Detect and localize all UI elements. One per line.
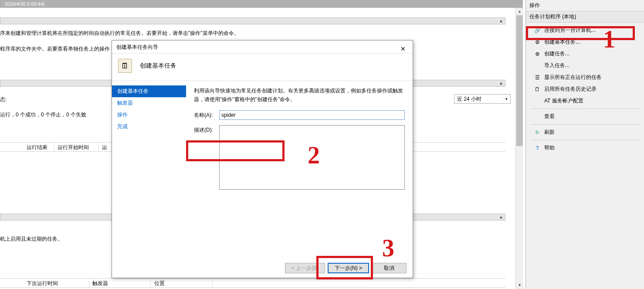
collapse-icon[interactable]: ▲ bbox=[499, 214, 503, 219]
scroll-thumb[interactable] bbox=[516, 15, 523, 146]
dropdown-value: 近 24 小时 bbox=[454, 95, 502, 103]
list-icon: ☰ bbox=[534, 74, 541, 81]
separator bbox=[530, 140, 640, 140]
separator bbox=[530, 124, 640, 125]
action-at-account[interactable]: AT 服务帐户配置 bbox=[526, 95, 644, 107]
dialog-heading: 创建基本任务 bbox=[140, 62, 176, 70]
blank-icon bbox=[534, 113, 541, 120]
collapse-icon[interactable]: ▲ bbox=[499, 81, 503, 85]
action-label: 帮助 bbox=[544, 144, 555, 152]
dialog-title-text: 创建基本任务向导 bbox=[116, 44, 158, 50]
name-field[interactable] bbox=[219, 110, 405, 120]
name-label: 名称(A): bbox=[194, 110, 219, 119]
window-titlebar: : 2020/4/30 5:00:44) bbox=[0, 0, 523, 8]
action-refresh[interactable]: ↻刷新 bbox=[526, 126, 644, 138]
action-import-task[interactable]: 导入任务... bbox=[526, 60, 644, 71]
back-button: < 上一步(B) bbox=[285, 263, 325, 273]
action-enable-history[interactable]: 🗒启用所有任务历史记录 bbox=[526, 83, 644, 95]
vertical-scrollbar[interactable]: ▲ ▼ bbox=[515, 8, 523, 289]
close-icon[interactable]: ✕ bbox=[396, 42, 410, 51]
log-icon: 🗒 bbox=[534, 86, 541, 93]
overview-text-1: 序来创建和管理计算机将在所指定的时间自动执行的常见任务。若要开始，请单击"操作"… bbox=[0, 25, 505, 38]
action-label: 创建基本任务... bbox=[544, 38, 580, 46]
col-next[interactable]: 下次运行时间 bbox=[24, 279, 89, 288]
timeframe-dropdown[interactable]: 近 24 小时 ▾ bbox=[454, 94, 511, 104]
action-label: 查看 bbox=[544, 113, 555, 120]
actions-pane: 操作 任务计划程序 (本地) 🔗连接到另一台计算机... ⚙创建基本任务... … bbox=[525, 0, 644, 289]
actions-list: 🔗连接到另一台计算机... ⚙创建基本任务... ⚙创建任务... 导入任务..… bbox=[526, 23, 644, 156]
step-trigger[interactable]: 触发器 bbox=[112, 97, 186, 109]
dialog-titlebar: 创建基本任务向导 ✕ bbox=[112, 41, 413, 54]
action-help[interactable]: ?帮助 bbox=[526, 142, 644, 154]
table-header-active: 下次运行时间 触发器 位置 bbox=[0, 278, 505, 288]
link-icon: 🔗 bbox=[534, 27, 541, 34]
create-basic-task-wizard-dialog: 创建基本任务向导 ✕ 🗓 创建基本任务 创建基本任务 触发器 操作 完成 利用该… bbox=[112, 40, 413, 278]
action-label: 刷新 bbox=[544, 129, 555, 136]
wizard-description: 利用该向导快速地为常见任务创建计划。有关更多高级选项或设置，例如多任务操作或触发… bbox=[194, 86, 405, 104]
col-location[interactable]: 位置 bbox=[152, 279, 213, 288]
cancel-button[interactable]: 取消 bbox=[372, 263, 407, 273]
col-result[interactable]: 运行结果 bbox=[24, 143, 54, 152]
col-start[interactable]: 运行开始时间 bbox=[55, 143, 98, 152]
gear-icon: ⚙ bbox=[534, 51, 541, 58]
panel-header-overview: ▲ bbox=[0, 17, 505, 24]
actions-title: 操作 bbox=[526, 0, 644, 11]
actions-scope: 任务计划程序 (本地) bbox=[526, 11, 644, 23]
dialog-body: 创建基本任务 触发器 操作 完成 利用该向导快速地为常见任务创建计划。有关更多高… bbox=[112, 81, 413, 270]
chevron-down-icon[interactable]: ▾ bbox=[502, 97, 510, 101]
action-label: 创建任务... bbox=[544, 50, 569, 58]
action-view[interactable]: 查看 bbox=[526, 111, 644, 122]
next-button[interactable]: 下一步(N) > bbox=[328, 263, 369, 273]
separator bbox=[530, 109, 640, 109]
action-show-running[interactable]: ☰显示所有正在运行的任务 bbox=[526, 71, 644, 83]
action-label: AT 服务帐户配置 bbox=[544, 97, 583, 105]
col-trigger[interactable]: 触发器 bbox=[90, 279, 151, 288]
action-label: 连接到另一台计算机... bbox=[544, 27, 596, 34]
action-create-task[interactable]: ⚙创建任务... bbox=[526, 48, 644, 60]
help-icon: ? bbox=[534, 145, 541, 152]
refresh-icon: ↻ bbox=[534, 129, 541, 136]
action-label: 显示所有正在运行的任务 bbox=[544, 74, 602, 81]
gear-icon: ⚙ bbox=[534, 39, 541, 46]
dialog-buttons: < 上一步(B) 下一步(N) > 取消 bbox=[285, 263, 407, 273]
wizard-icon: 🗓 bbox=[118, 59, 132, 73]
action-create-basic-task[interactable]: ⚙创建基本任务... bbox=[526, 36, 644, 48]
action-label: 启用所有任务历史记录 bbox=[544, 85, 597, 93]
wizard-steps: 创建基本任务 触发器 操作 完成 bbox=[112, 81, 186, 270]
action-connect[interactable]: 🔗连接到另一台计算机... bbox=[526, 24, 644, 36]
desc-row: 描述(D): bbox=[194, 125, 405, 191]
step-action[interactable]: 操作 bbox=[112, 109, 186, 121]
step-finish[interactable]: 完成 bbox=[112, 121, 186, 133]
action-label: 导入任务... bbox=[544, 62, 569, 69]
step-basic[interactable]: 创建基本任务 bbox=[112, 85, 186, 97]
scroll-up-icon[interactable]: ▲ bbox=[516, 8, 523, 15]
name-row: 名称(A): bbox=[194, 110, 405, 120]
blank-icon bbox=[534, 62, 541, 69]
scroll-down-icon[interactable]: ▼ bbox=[516, 282, 523, 289]
collapse-icon[interactable]: ▲ bbox=[499, 18, 503, 23]
desc-field[interactable] bbox=[219, 125, 405, 190]
blank-icon bbox=[534, 98, 541, 105]
wizard-content: 利用该向导快速地为常见任务创建计划。有关更多高级选项或设置，例如多任务操作或触发… bbox=[186, 81, 413, 270]
dialog-header: 🗓 创建基本任务 bbox=[112, 54, 413, 81]
desc-label: 描述(D): bbox=[194, 125, 219, 134]
